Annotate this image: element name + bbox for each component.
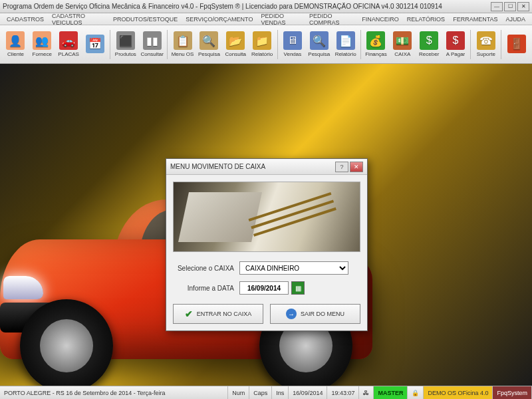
toolbar-cliente[interactable]: 👤Cliente xyxy=(3,27,29,62)
menu-produtosestoque[interactable]: PRODUTOS/ESTOQUE xyxy=(109,16,182,23)
close-button[interactable]: ✕ xyxy=(517,2,529,11)
status-master: MASTER xyxy=(374,386,408,399)
toolbar-a pagar[interactable]: $A Pagar xyxy=(443,27,469,62)
caixa-dialog: MENU MOVIMENTO DE CAIXA ? ✕ Selecione o … xyxy=(166,158,368,331)
toolbar-pesquisa[interactable]: 🔍Pesquisa xyxy=(306,27,332,62)
data-input[interactable] xyxy=(239,281,289,295)
suporte-icon: ☎ xyxy=(477,31,495,50)
pesquisa-icon: 🔍 xyxy=(310,31,329,50)
status-ins: Ins xyxy=(272,386,289,399)
consulta-icon: 📂 xyxy=(226,31,245,50)
produtos-icon: ⬛ xyxy=(116,31,135,50)
toolbar-finanças[interactable]: 💰Finanças xyxy=(363,27,389,62)
status-location: PORTO ALEGRE - RS 16 de Setembro de 2014… xyxy=(0,386,228,399)
toolbar-relatório[interactable]: 📁Relatório xyxy=(249,27,275,62)
toolbar-btn18[interactable]: 🚪 xyxy=(503,27,529,62)
toolbar: 👤Cliente👥Fornece🚗PLACAS📅⬛Produtos▮▮Consu… xyxy=(0,25,532,64)
placas-icon: 🚗 xyxy=(59,31,78,50)
dialog-help-button[interactable]: ? xyxy=(335,162,348,172)
window-titlebar: Programa Ordem de Serviço Oficina Mecâni… xyxy=(0,0,532,13)
toolbar-relatório[interactable]: 📄Relatório xyxy=(332,27,358,62)
sair-menu-button[interactable]: → SAIR DO MENU xyxy=(270,304,360,324)
menu os-icon: 📋 xyxy=(174,31,192,50)
dialog-title: MENU MOVIMENTO DE CAIXA xyxy=(170,163,334,170)
toolbar-consulta[interactable]: 📂Consulta xyxy=(223,27,249,62)
status-demo: DEMO OS OFicina 4.0 xyxy=(424,386,493,399)
data-label: Informe a DATA xyxy=(173,285,239,292)
status-time: 19:43:07 xyxy=(327,386,359,399)
consultar-icon: ▮▮ xyxy=(143,31,162,50)
toolbar-btn3[interactable]: 📅 xyxy=(82,27,108,62)
toolbar-produtos[interactable]: ⬛Produtos xyxy=(112,27,138,62)
window-title: Programa Ordem de Serviço Oficina Mecâni… xyxy=(3,3,491,10)
caixa-icon: 💵 xyxy=(393,31,412,50)
arrow-icon: → xyxy=(286,309,297,319)
check-icon: ✔ xyxy=(185,309,193,319)
menu-serviooramento[interactable]: SERVIÇO/ORÇAMENTO xyxy=(182,16,257,23)
dialog-banner-image xyxy=(173,182,360,252)
menu-cadastros[interactable]: CADASTROS xyxy=(3,16,48,23)
receber-icon: $ xyxy=(420,31,438,50)
cliente-icon: 👤 xyxy=(6,31,25,50)
statusbar: PORTO ALEGRE - RS 16 de Setembro de 2014… xyxy=(0,386,532,399)
status-caps: Caps xyxy=(249,386,272,399)
toolbar-caixa[interactable]: 💵CAIXA xyxy=(390,27,416,62)
status-lock-icon: 🔒 xyxy=(408,386,424,399)
menu-ajuda[interactable]: AJUDA xyxy=(501,16,529,23)
toolbar-menu os[interactable]: 📋Menu OS xyxy=(170,27,196,62)
menubar: CADASTROSCADASTRO VEICULOSPRODUTOS/ESTOQ… xyxy=(0,13,532,25)
minimize-button[interactable]: — xyxy=(491,2,503,11)
toolbar-receber[interactable]: $Receber xyxy=(416,27,442,62)
menu-financeiro[interactable]: FINANCEIRO xyxy=(358,16,403,23)
maximize-button[interactable]: ☐ xyxy=(504,2,516,11)
pesquisa-icon: 🔍 xyxy=(200,31,218,50)
status-num: Num xyxy=(228,386,249,399)
toolbar-consultar[interactable]: ▮▮Consultar xyxy=(139,27,165,62)
menu-cadastroveiculos[interactable]: CADASTRO VEICULOS xyxy=(48,13,109,26)
status-brand: FpqSystem xyxy=(493,386,532,399)
toolbar-pesquisa[interactable]: 🔍Pesquisa xyxy=(196,27,222,62)
menu-pedidocompras[interactable]: PEDIDO COMPRAS xyxy=(305,13,358,26)
vendas-icon: 🖥 xyxy=(283,31,302,50)
menu-pedidovendas[interactable]: PEDIDO VENDAS xyxy=(257,13,305,26)
finanças-icon: 💰 xyxy=(366,31,385,50)
toolbar-fornece[interactable]: 👥Fornece xyxy=(29,27,55,62)
btn3-icon: 📅 xyxy=(86,35,104,53)
workspace-background: MENU MOVIMENTO DE CAIXA ? ✕ Selecione o … xyxy=(0,64,532,386)
btn18-icon: 🚪 xyxy=(507,35,526,53)
dialog-titlebar: MENU MOVIMENTO DE CAIXA ? ✕ xyxy=(166,159,367,175)
caixa-select[interactable]: CAIXA DINHEIRO xyxy=(239,261,348,275)
relatório-icon: 📁 xyxy=(253,31,271,50)
dialog-close-button[interactable]: ✕ xyxy=(350,162,363,172)
toolbar-placas[interactable]: 🚗PLACAS xyxy=(56,27,82,62)
relatório-icon: 📄 xyxy=(336,31,355,50)
toolbar-suporte[interactable]: ☎Suporte xyxy=(473,27,499,62)
status-date: 16/09/2014 xyxy=(289,386,327,399)
a pagar-icon: $ xyxy=(446,31,465,50)
menu-relatrios[interactable]: RELATÓRIOS xyxy=(403,16,449,23)
status-net-icon: 🖧 xyxy=(359,386,374,399)
menu-ferramentas[interactable]: FERRAMENTAS xyxy=(449,16,501,23)
fornece-icon: 👥 xyxy=(33,31,51,50)
caixa-label: Selecione o CAIXA xyxy=(173,265,239,272)
entrar-caixa-button[interactable]: ✔ ENTRAR NO CAIXA xyxy=(173,304,263,324)
toolbar-vendas[interactable]: 🖥Vendas xyxy=(280,27,306,62)
calendar-button[interactable]: ▦ xyxy=(291,281,305,295)
